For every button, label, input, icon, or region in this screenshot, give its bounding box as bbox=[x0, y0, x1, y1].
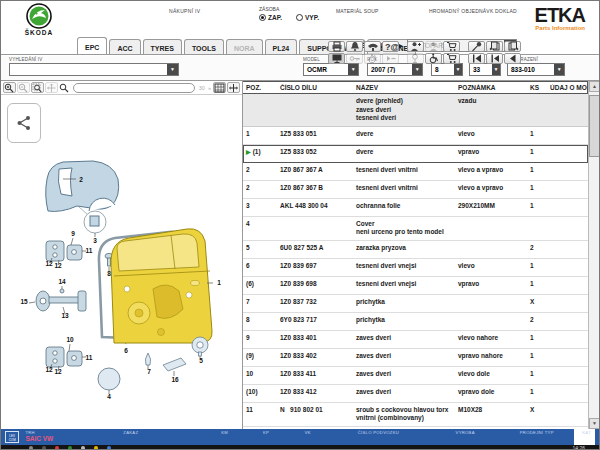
table-row[interactable]: 91Z0 833 401zaves dverivlevo nahore1 bbox=[243, 331, 588, 349]
year-input[interactable] bbox=[368, 64, 412, 75]
taskbar-app-icon[interactable] bbox=[68, 446, 72, 450]
callout-7[interactable]: 7 bbox=[147, 368, 151, 375]
key-icon[interactable] bbox=[346, 53, 363, 64]
windows-taskbar[interactable]: 14:26 bbox=[1, 445, 599, 450]
grid-view-icon[interactable] bbox=[213, 82, 226, 93]
table-row[interactable]: (9)1Z0 833 402zaves dverivpravo nahore1 bbox=[243, 349, 588, 367]
pages-prev-icon[interactable] bbox=[486, 41, 503, 52]
table-row[interactable]: ▶(1)1Z5 833 052dverevpravo1 bbox=[243, 145, 588, 163]
tab-epc[interactable]: EPC bbox=[77, 37, 107, 54]
table-row[interactable]: 4Coverneni urceno pro tento model bbox=[243, 217, 588, 241]
stock-on-option[interactable]: ZAP. bbox=[259, 14, 282, 21]
table-row[interactable]: 101Z0 833 411zaves dverivlevo dole1 bbox=[243, 367, 588, 385]
callout-11[interactable]: 11 bbox=[86, 354, 93, 361]
year-dropdown-icon[interactable]: ▼ bbox=[412, 64, 422, 75]
search-input[interactable] bbox=[10, 64, 167, 75]
callout-6[interactable]: 6 bbox=[124, 347, 128, 354]
zoom-area-icon[interactable] bbox=[31, 82, 44, 93]
callout-13[interactable]: 13 bbox=[61, 312, 69, 319]
table-row[interactable]: dvere (prehled)zaves dveritesneni dveriv… bbox=[243, 94, 588, 127]
pan-icon[interactable] bbox=[45, 82, 58, 93]
nav-prev-chapter-icon[interactable] bbox=[486, 53, 503, 64]
nav-first-icon[interactable] bbox=[468, 53, 485, 64]
callout-15[interactable]: 15 bbox=[20, 298, 28, 305]
table-row[interactable]: 21Z0 867 367 Btesneni dveri vnitrnivlevo… bbox=[243, 181, 588, 199]
callout-12[interactable]: 12 bbox=[54, 368, 62, 375]
taskbar-app-icon[interactable] bbox=[94, 446, 98, 450]
user-add-icon[interactable] bbox=[407, 41, 424, 52]
illustration-input[interactable] bbox=[508, 64, 554, 75]
callout-1[interactable]: 1 bbox=[217, 279, 221, 286]
bell-icon[interactable] bbox=[346, 41, 363, 52]
callout-12[interactable]: 12 bbox=[45, 366, 53, 373]
table-row[interactable]: 86Y0 823 717prichytka2 bbox=[243, 313, 588, 331]
zoom-out-icon[interactable] bbox=[17, 82, 30, 93]
taskbar-app-icon[interactable] bbox=[29, 446, 33, 450]
taskbar-app-icon[interactable] bbox=[81, 446, 85, 450]
callout-8[interactable]: 8 bbox=[107, 270, 111, 277]
material-list-link[interactable]: MATERIÁL SOUP bbox=[336, 8, 379, 14]
diagnostic-icon[interactable] bbox=[407, 53, 424, 64]
hand-icon[interactable] bbox=[364, 53, 381, 64]
user-icon[interactable] bbox=[425, 41, 442, 52]
phone-icon[interactable] bbox=[364, 41, 381, 52]
table-row[interactable]: 11Z5 833 051dverevlevo1 bbox=[243, 127, 588, 145]
callout-16[interactable]: 16 bbox=[171, 376, 179, 383]
ps-input[interactable] bbox=[470, 64, 492, 75]
hs-dropdown-icon[interactable]: ▼ bbox=[454, 64, 462, 75]
cart-add-icon[interactable] bbox=[443, 41, 460, 52]
table-row[interactable]: 21Z0 867 367 Atesneni dveri vnitrnivlevo… bbox=[243, 163, 588, 181]
wheelchair-icon[interactable] bbox=[425, 53, 442, 64]
model-input[interactable] bbox=[304, 64, 348, 75]
monitor-icon[interactable] bbox=[328, 53, 345, 64]
taskbar-app-icon[interactable] bbox=[107, 446, 111, 450]
cart-icon[interactable] bbox=[443, 53, 460, 64]
table-row[interactable]: (10)1Z0 833 412zaves dverivpravo dole1 bbox=[243, 385, 588, 403]
taskbar-app-icon[interactable] bbox=[42, 446, 46, 450]
image-search-input[interactable] bbox=[73, 83, 195, 93]
callout-2[interactable]: 2 bbox=[79, 176, 83, 183]
callout-5[interactable]: 5 bbox=[199, 357, 203, 364]
ps-dropdown-icon[interactable]: ▼ bbox=[492, 64, 500, 75]
table-scrollbar[interactable]: ▲ ▼ bbox=[588, 81, 599, 429]
tab-pl24[interactable]: PL24 bbox=[265, 39, 298, 54]
table-row[interactable]: 3AKL 448 300 04ochranna folie290X210MM1 bbox=[243, 199, 588, 217]
print-icon[interactable] bbox=[328, 41, 345, 52]
callout-4[interactable]: 4 bbox=[107, 393, 111, 400]
callout-11[interactable]: 11 bbox=[86, 247, 93, 254]
zoom-in-icon[interactable] bbox=[3, 82, 16, 93]
bulk-order-link[interactable]: HROMADNÝ OBJEDNÁVK DOKLAD bbox=[429, 8, 517, 14]
taskbar-app-icon[interactable] bbox=[55, 446, 59, 450]
pages-next-icon[interactable] bbox=[504, 41, 521, 52]
fit-window-icon[interactable] bbox=[227, 82, 240, 93]
tab-tyres[interactable]: TYRES bbox=[143, 39, 182, 54]
scroll-up-icon[interactable]: ▲ bbox=[589, 81, 600, 92]
callout-12[interactable]: 12 bbox=[54, 262, 62, 269]
tab-acc[interactable]: ACC bbox=[109, 39, 140, 54]
callout-9[interactable]: 9 bbox=[71, 230, 75, 237]
radio-off-icon[interactable] bbox=[296, 14, 303, 21]
table-row[interactable]: 71Z0 837 732prichytkaX bbox=[243, 295, 588, 313]
callout-12[interactable]: 12 bbox=[45, 260, 53, 267]
model-dropdown-icon[interactable]: ▼ bbox=[348, 64, 358, 75]
callout-10[interactable]: 10 bbox=[66, 336, 74, 343]
search-dropdown-icon[interactable]: ▼ bbox=[167, 64, 178, 75]
slider-icon[interactable] bbox=[382, 53, 399, 64]
pin-icon[interactable] bbox=[468, 41, 485, 52]
exploded-view-drawing[interactable]: 2391112128141513161011121247165 bbox=[1, 95, 243, 429]
lexcom-icon[interactable]: LEX COM bbox=[5, 431, 19, 443]
tab-tools[interactable]: TOOLS bbox=[184, 39, 224, 54]
scroll-down-icon[interactable]: ▼ bbox=[589, 418, 600, 429]
callout-3[interactable]: 3 bbox=[93, 237, 97, 244]
table-row[interactable]: 56U0 827 525 Azarazka pryzova2 bbox=[243, 241, 588, 259]
table-row[interactable]: 11N 910 802 01sroub s cockovou hlavou to… bbox=[243, 403, 588, 427]
scrollbar-thumb[interactable] bbox=[589, 95, 600, 157]
hs-input[interactable] bbox=[432, 64, 454, 75]
tab-nora[interactable]: NORA bbox=[226, 39, 263, 54]
callout-14[interactable]: 14 bbox=[58, 278, 66, 285]
illustration-dropdown-icon[interactable]: ▼ bbox=[554, 64, 564, 75]
nav-back-icon[interactable] bbox=[504, 53, 521, 64]
help-icon[interactable]: ?@ bbox=[382, 41, 399, 52]
table-row[interactable]: (6)1Z0 839 698tesneni dveri vnejsivpravo… bbox=[243, 277, 588, 295]
radio-on-icon[interactable] bbox=[259, 14, 266, 21]
